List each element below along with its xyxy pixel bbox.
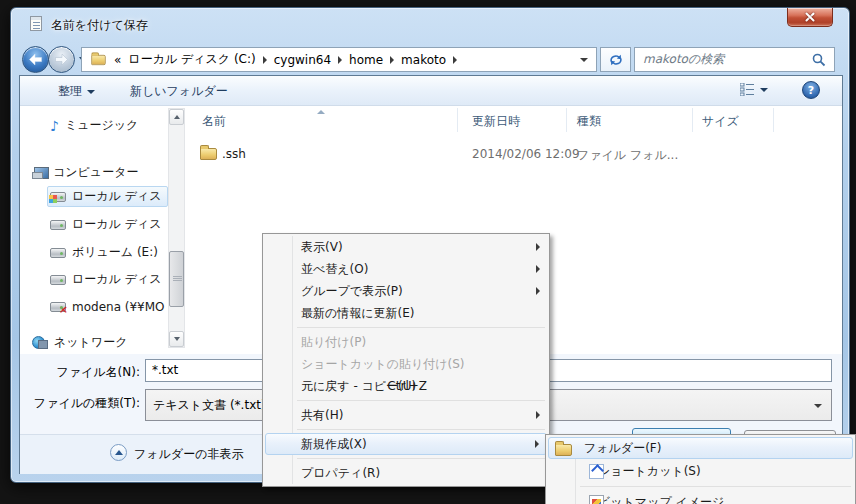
file-type-label: ファイルの種類(T): [20, 395, 140, 412]
change-view-button[interactable] [740, 83, 768, 96]
sidebar-item-local-disk-2[interactable]: ローカル ディス [50, 214, 168, 235]
refresh-icon [608, 52, 624, 68]
breadcrumb-segment-makoto[interactable]: makoto [401, 53, 446, 67]
sidebar-scrollbar[interactable] [168, 108, 185, 348]
folder-icon [200, 148, 217, 160]
submenu-item-shortcut[interactable]: ショートカット(S) [548, 459, 853, 483]
menu-separator [297, 327, 545, 328]
menu-item-view[interactable]: 表示(V) [265, 236, 547, 258]
search-input[interactable]: makotoの検索 [634, 47, 835, 72]
window-title: 名前を付けて保存 [51, 17, 148, 34]
navigation-pane: ♪ ミュージック コンピューター ローカル ディス ローカル ディス [20, 106, 187, 354]
breadcrumb-collapsed-chevron[interactable]: « [114, 53, 121, 67]
breadcrumb-separator-icon[interactable] [453, 56, 457, 64]
sidebar-item-music[interactable]: ♪ ミュージック [50, 115, 168, 136]
hide-folders-button[interactable] [110, 444, 127, 461]
organize-label: 整理 [58, 83, 82, 100]
file-type-value: テキスト文書 (*.txt) [153, 398, 266, 412]
search-icon[interactable] [812, 53, 826, 67]
search-placeholder: makotoの検索 [643, 51, 724, 68]
file-name-label: ファイル名(N): [20, 364, 140, 381]
organize-button[interactable]: 整理 [58, 83, 95, 100]
scroll-up-button[interactable] [169, 109, 184, 125]
column-header-modified[interactable]: 更新日時 [472, 113, 520, 130]
new-folder-button[interactable]: 新しいフォルダー [130, 83, 228, 100]
sidebar-item-computer[interactable]: コンピューター [32, 162, 168, 183]
command-bar: 整理 新しいフォルダー ? [20, 76, 842, 106]
menu-item-undo-copy[interactable]: 元に戻す - コピー(U) Ctrl+Z [265, 375, 547, 397]
menu-item-refresh[interactable]: 最新の情報に更新(E) [265, 302, 547, 324]
folder-icon [555, 444, 572, 456]
new-submenu: フォルダー(F) ショートカット(S) ビットマップ イメージ [545, 434, 856, 504]
submenu-arrow-icon [535, 440, 539, 448]
sidebar-item-volume-e[interactable]: ボリューム (E:) [50, 242, 168, 263]
back-button[interactable] [22, 46, 49, 73]
chevron-down-icon [87, 90, 95, 94]
disconnected-drive-icon: × [50, 302, 66, 312]
menu-item-paste-shortcut: ショートカットの貼り付け(S) [265, 353, 547, 375]
help-icon: ? [808, 84, 814, 97]
sidebar-item-modena[interactable]: × modena (¥¥MO [50, 296, 168, 317]
notepad-icon [30, 16, 42, 31]
system-disk-icon [50, 192, 66, 202]
bitmap-image-icon [589, 495, 604, 504]
submenu-arrow-icon [536, 411, 540, 419]
breadcrumb-separator-icon[interactable] [263, 56, 267, 64]
breadcrumb-segment-drive[interactable]: ローカル ディスク (C:) [128, 51, 255, 68]
column-header-type[interactable]: 種類 [577, 113, 601, 130]
back-arrow-icon [29, 54, 42, 65]
sidebar-item-local-disk-3[interactable]: ローカル ディス [50, 269, 168, 290]
scrollbar-thumb[interactable] [169, 251, 184, 307]
chevron-down-icon [760, 88, 768, 92]
folder-icon [91, 54, 105, 64]
close-button[interactable] [787, 8, 833, 27]
submenu-arrow-icon [536, 265, 540, 273]
submenu-item-folder[interactable]: フォルダー(F) [548, 437, 853, 459]
context-menu: 表示(V) 並べ替え(O) グループで表示(P) 最新の情報に更新(E) 貼り付… [262, 233, 550, 487]
refresh-button[interactable] [600, 47, 631, 72]
forward-button[interactable] [48, 46, 75, 73]
menu-item-sort-by[interactable]: 並べ替え(O) [265, 258, 547, 280]
breadcrumb-separator-icon[interactable] [390, 56, 394, 64]
menu-item-paste: 貼り付け(P) [265, 331, 547, 353]
column-header-row: 名前 更新日時 種類 サイズ [188, 108, 841, 132]
menu-separator [580, 486, 851, 487]
list-view-icon [740, 83, 755, 96]
sidebar-item-local-disk-c[interactable]: ローカル ディス [47, 186, 168, 207]
triangle-down-icon [174, 337, 180, 341]
help-button[interactable]: ? [802, 81, 820, 99]
menu-item-new[interactable]: 新規作成(X) [265, 433, 547, 455]
breadcrumb[interactable]: « ローカル ディスク (C:) cygwin64 home makoto [81, 47, 597, 72]
breadcrumb-separator-icon[interactable] [338, 56, 342, 64]
file-row-ssh[interactable]: .ssh 2014/02/06 12:09 ファイル フォル... [188, 145, 841, 165]
breadcrumb-segment-cygwin64[interactable]: cygwin64 [274, 53, 331, 67]
menu-separator [297, 429, 545, 430]
sort-ascending-icon [317, 110, 325, 114]
combo-arrow-icon [814, 404, 822, 408]
disk-icon [50, 220, 66, 230]
forward-arrow-icon [55, 54, 68, 65]
computer-icon [32, 167, 47, 179]
triangle-up-icon [115, 450, 123, 455]
desktop-background: 名前を付けて保存 « ローカル ディスク (C:) cygwin64 home … [0, 0, 856, 504]
menu-item-share[interactable]: 共有(H) [265, 404, 547, 426]
hide-folders-label[interactable]: フォルダーの非表示 [134, 446, 243, 463]
menu-separator [297, 458, 545, 459]
music-note-icon: ♪ [50, 120, 59, 132]
column-divider [692, 108, 693, 132]
address-dropdown-icon[interactable] [580, 58, 588, 62]
submenu-arrow-icon [536, 287, 540, 295]
scroll-down-button[interactable] [169, 331, 184, 347]
submenu-item-bitmap-image[interactable]: ビットマップ イメージ [548, 490, 853, 504]
column-header-size[interactable]: サイズ [702, 113, 739, 130]
menu-item-properties[interactable]: プロパティ(R) [265, 462, 547, 484]
column-divider [566, 108, 567, 132]
breadcrumb-segment-home[interactable]: home [349, 53, 383, 67]
disk-icon [50, 248, 66, 258]
column-divider [773, 108, 774, 132]
column-header-name[interactable]: 名前 [202, 113, 226, 130]
sidebar-item-network[interactable]: ネットワーク [32, 332, 168, 353]
shortcut-hint: Ctrl+Z [387, 379, 427, 393]
menu-item-group-by[interactable]: グループで表示(P) [265, 280, 547, 302]
triangle-up-icon [174, 115, 180, 119]
